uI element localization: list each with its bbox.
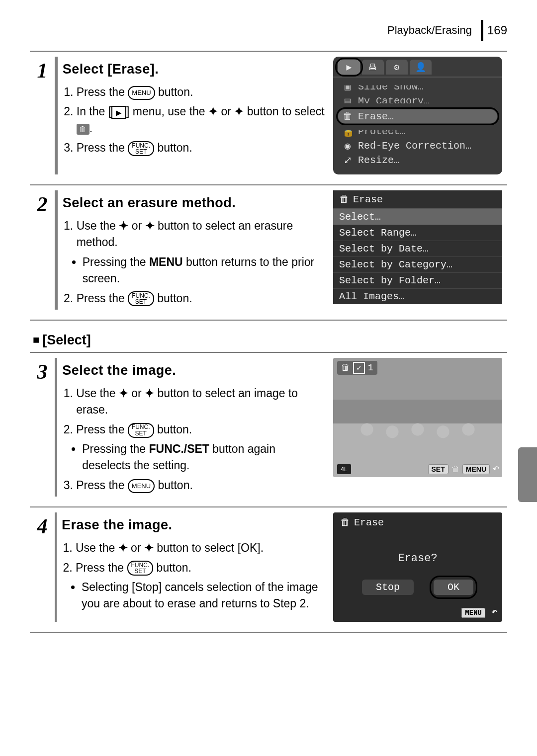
step-3-bullet-1: Pressing the FUNC./SET button again dese…: [82, 441, 326, 474]
step-1-screenshot: ▶ 🖶 ⚙ 👤 ▣Slide Show… ▤My Category… 🗑Eras…: [333, 57, 502, 174]
camera-erase-confirm: 🗑Erase Erase? Stop OK MENU ↶: [333, 512, 502, 622]
tab-print: 🖶: [362, 60, 384, 75]
menu-item-protect: 🔒Protect…: [333, 124, 502, 139]
ok-button: OK: [434, 580, 473, 595]
camera-erase-methods: 🗑Erase Select… Select Range… Select by D…: [333, 190, 502, 304]
section-thumb-tab: [518, 447, 537, 502]
step-3-number: 3: [37, 360, 48, 384]
menu-hint: MENU: [461, 608, 485, 618]
selection-indicator: 🗑 ✓ 1: [337, 361, 377, 375]
step-accent-bar: [55, 190, 58, 310]
image-size-badge: 4L: [337, 464, 351, 474]
erase-option-date: Select by Date…: [333, 241, 502, 256]
confirm-buttons: Stop OK: [333, 580, 502, 595]
camera-playback-menu: ▶ 🖶 ⚙ 👤 ▣Slide Show… ▤My Category… 🗑Eras…: [333, 57, 502, 174]
return-icon: ↶: [491, 606, 497, 618]
resize-icon: ⤢: [342, 154, 353, 167]
step-4-title: Erase the image.: [62, 515, 326, 535]
step-accent-bar: [55, 358, 57, 497]
erase-option-all: All Images…: [333, 288, 502, 304]
erase-option-folder: Select by Folder…: [333, 272, 502, 288]
func-set-button-icon: FUNC. SET: [128, 291, 154, 306]
step-4-li-2: Press the FUNC. SET button.: [76, 560, 326, 576]
step-4-bullet-1: Selecting [Stop] cancels selection of th…: [82, 579, 326, 612]
bottom-right-hints: SET 🗑 MENU ↶: [428, 464, 499, 474]
step-4-li-1: Use the ✦ or ✦ button to select [OK].: [76, 540, 326, 556]
category-icon: ▤: [342, 95, 353, 107]
left-arrow-icon: ✦: [119, 387, 128, 400]
camera-menu-tabs: ▶ 🖶 ⚙ 👤: [333, 57, 502, 78]
erase-option-select: Select…: [333, 209, 502, 225]
menu-item-redeye: ◉Red-Eye Correction…: [333, 139, 502, 153]
step-3-li-2: Press the FUNC. SET button.: [76, 421, 326, 438]
set-hint: SET: [428, 464, 448, 474]
page-number: 169: [487, 23, 507, 37]
step-1-title: Select [Erase].: [63, 60, 326, 79]
erase-icon: 🗑: [339, 193, 349, 205]
left-arrow-icon: ✦: [118, 541, 128, 554]
erase-list-title: 🗑Erase: [333, 190, 502, 209]
step-2-instructions: Use the ✦ or ✦ button to select an erasu…: [63, 218, 326, 251]
up-arrow-icon: ✦: [119, 219, 128, 232]
step-2-screenshot: 🗑Erase Select… Select Range… Select by D…: [333, 190, 502, 310]
step-4-instructions: Use the ✦ or ✦ button to select [OK]. Pr…: [62, 540, 326, 576]
step-4-number: 4: [37, 514, 48, 538]
step-1-li-3: Press the FUNC. SET button.: [77, 140, 326, 156]
manual-page: Playback/Erasing 169 1 Select [Erase]. P…: [0, 0, 537, 756]
menu-item-slideshow: ▣Slide Show…: [333, 80, 502, 94]
step-2-number: 2: [37, 192, 48, 216]
menu-hint-br: MENU ↶: [461, 605, 497, 618]
step-2-li-2: Press the FUNC. SET button.: [77, 290, 326, 307]
up-arrow-icon: ✦: [208, 105, 218, 118]
step-1: 1 Select [Erase]. Press the MENU button.…: [30, 51, 507, 185]
step-4-screenshot: 🗑Erase Erase? Stop OK MENU ↶: [333, 512, 502, 622]
tab-tools: ⚙: [386, 60, 408, 75]
func-set-button-icon: FUNC. SET: [128, 141, 154, 156]
step-accent-bar: [55, 512, 57, 622]
playback-icon: ▶: [111, 106, 126, 119]
checkmark-icon: ✓: [353, 362, 365, 374]
step-2-title: Select an erasure method.: [63, 193, 326, 213]
step-1-li-1: Press the MENU button.: [77, 84, 326, 100]
erase-option-range: Select Range…: [333, 225, 502, 241]
func-set-button-icon: FUNC. SET: [128, 423, 154, 438]
down-arrow-icon: ✦: [234, 105, 244, 118]
camera-image-preview: 🗑 ✓ 1 4L SET 🗑 MENU ↶: [333, 358, 502, 477]
right-arrow-icon: ✦: [145, 387, 154, 400]
step-1-instructions: Press the MENU button. In the [▶] menu, …: [63, 84, 326, 156]
slideshow-icon: ▣: [342, 81, 353, 93]
square-bullet-icon: ■: [33, 334, 39, 346]
step-2-li-1: Use the ✦ or ✦ button to select an erasu…: [77, 218, 326, 251]
menu-item-mycategory: ▤My Category…: [333, 94, 502, 108]
step-1-li-2: In the [▶] menu, use the ✦ or ✦ button t…: [77, 103, 326, 137]
tab-user: 👤: [410, 60, 432, 75]
menu-item-resize: ⤢Resize…: [333, 153, 502, 168]
protect-icon: 🔒: [342, 125, 353, 138]
step-3-screenshot: 🗑 ✓ 1 4L SET 🗑 MENU ↶: [333, 358, 502, 497]
selection-count: 1: [368, 363, 373, 373]
erase-option-category: Select by Category…: [333, 256, 502, 272]
step-3-title: Select the image.: [62, 361, 326, 380]
return-icon: ↶: [493, 464, 499, 474]
step-1-number: 1: [37, 59, 48, 83]
header-divider: [481, 20, 483, 41]
step-2-bullet-1: Pressing the MENU button returns to the …: [83, 254, 326, 287]
menu-item-erase: 🗑Erase…: [338, 109, 497, 123]
menu-button-icon: MENU: [128, 86, 155, 100]
subsection-select: ■[Select]: [33, 333, 507, 348]
header-section: Playback/Erasing: [387, 24, 472, 37]
step-3-li-3: Press the MENU button.: [76, 477, 326, 494]
step-accent-bar: [55, 57, 58, 174]
confirm-title: 🗑Erase: [333, 512, 502, 532]
stop-button: Stop: [362, 580, 414, 595]
func-set-button-icon: FUNC. SET: [127, 561, 154, 576]
confirm-question: Erase?: [333, 552, 502, 565]
down-arrow-icon: ✦: [145, 219, 155, 232]
erase-icon: 🗑: [451, 465, 459, 474]
erase-icon: 🗑: [341, 362, 350, 373]
menu-button-icon: MENU: [128, 479, 155, 493]
erase-icon: 🗑: [342, 110, 353, 122]
step-3: 3 Select the image. Use the ✦ or ✦ butto…: [30, 352, 507, 507]
step-2: 2 Select an erasure method. Use the ✦ or…: [30, 184, 507, 321]
step-3-instructions: Use the ✦ or ✦ button to select an image…: [62, 385, 326, 438]
